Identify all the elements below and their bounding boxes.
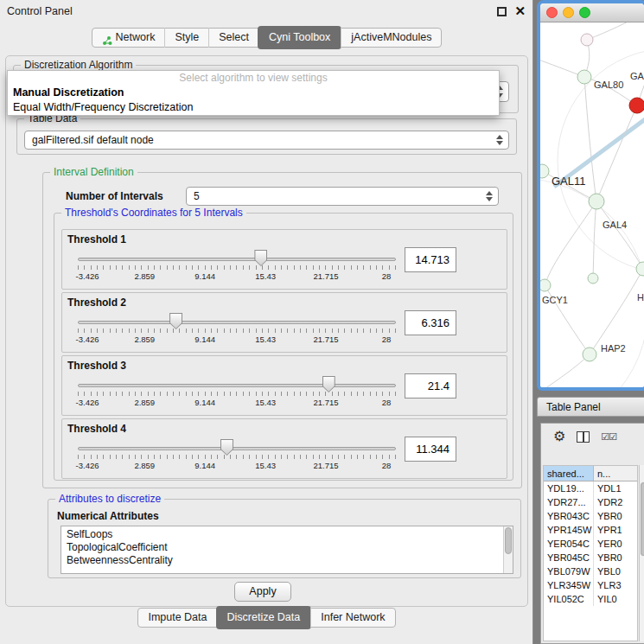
table-row[interactable]: YER054C YER0 bbox=[544, 537, 637, 551]
cell[interactable]: YIL052C bbox=[544, 592, 594, 606]
cell[interactable]: YER054C bbox=[544, 537, 594, 551]
cell[interactable]: YBL0 bbox=[594, 564, 637, 578]
popup-item-manual-discretization[interactable]: Manual Discretization bbox=[8, 86, 499, 100]
tab-infer-network[interactable]: Infer Network bbox=[310, 608, 394, 628]
number-of-intervals-label: Number of Intervals bbox=[66, 190, 163, 202]
cell[interactable]: YBR0 bbox=[594, 509, 637, 523]
slider-thumb[interactable] bbox=[220, 439, 233, 456]
node-gal11[interactable] bbox=[540, 164, 549, 178]
threshold-slider[interactable]: -3.426 2.859 9.144 15.43 21.715 28 bbox=[78, 310, 396, 350]
slider-thumb[interactable] bbox=[322, 376, 335, 392]
tab-jactivemnodules[interactable]: jActiveMNodules bbox=[341, 28, 441, 48]
node[interactable] bbox=[588, 273, 598, 284]
list-item[interactable]: SelfLoops bbox=[61, 526, 513, 541]
cell[interactable]: YLR345W bbox=[544, 578, 594, 592]
tab-network[interactable]: Network bbox=[92, 28, 165, 48]
float-window-icon[interactable] bbox=[497, 7, 507, 16]
column-header-name[interactable]: n... bbox=[594, 466, 637, 481]
table-row[interactable]: YBR045C YBR0 bbox=[544, 551, 637, 564]
column-header-shared-name[interactable]: shared... bbox=[544, 466, 594, 481]
table-row[interactable]: YDL19... YDL1 bbox=[544, 481, 637, 495]
tab-style[interactable]: Style bbox=[164, 28, 208, 48]
network-canvas[interactable]: GAL80 GAL8 GAL11 GAL4 GCY1 HA HAP2 bbox=[540, 22, 644, 386]
edge[interactable] bbox=[545, 354, 590, 389]
cell[interactable]: YBR043C bbox=[544, 509, 594, 523]
edge[interactable] bbox=[590, 269, 643, 354]
tab-strip: Impute Data Discretize Data Infer Networ… bbox=[137, 608, 395, 628]
cell[interactable]: YDL19... bbox=[544, 481, 594, 495]
edge[interactable] bbox=[587, 22, 640, 40]
table-data-select[interactable]: galFiltered.sif default node bbox=[24, 131, 509, 150]
apply-button[interactable]: Apply bbox=[234, 582, 291, 602]
threshold-value-field[interactable]: 21.4 bbox=[405, 373, 456, 399]
cell[interactable]: YDL1 bbox=[594, 481, 637, 495]
cell[interactable]: YPR1 bbox=[594, 523, 637, 537]
edge[interactable] bbox=[593, 201, 596, 278]
list-scrollbar[interactable] bbox=[503, 526, 513, 573]
edge[interactable] bbox=[584, 77, 596, 201]
slider-thumb[interactable] bbox=[169, 313, 182, 329]
node-gal4[interactable] bbox=[589, 194, 604, 209]
cell[interactable]: YDR27... bbox=[544, 495, 594, 509]
cell[interactable]: YBL079W bbox=[544, 564, 594, 578]
tab-strip: Network Style Select Cyni Toolbox jActiv… bbox=[92, 28, 443, 48]
table-row[interactable]: YIL052C YIL0 bbox=[544, 592, 637, 606]
cell[interactable]: YBR0 bbox=[594, 551, 637, 564]
scale-label: -3.426 bbox=[76, 335, 99, 344]
popup-item-equal-width-frequency[interactable]: Equal Width/Frequency Discretization bbox=[8, 100, 499, 115]
columns-icon[interactable] bbox=[577, 431, 590, 443]
list-item[interactable]: TopologicalCoefficient bbox=[61, 541, 513, 554]
table-row[interactable]: YPR145W YPR1 bbox=[544, 523, 637, 537]
slider-track[interactable] bbox=[78, 321, 396, 324]
slider-track[interactable] bbox=[78, 447, 396, 450]
threshold-slider[interactable]: -3.426 2.859 9.144 15.43 21.715 28 bbox=[78, 247, 396, 287]
cell[interactable]: YPR145W bbox=[544, 523, 594, 537]
list-item[interactable]: BetweennessCentrality bbox=[61, 554, 513, 567]
cell[interactable]: YLR3 bbox=[594, 578, 637, 592]
edge[interactable] bbox=[596, 201, 643, 269]
slider-track[interactable] bbox=[78, 384, 396, 387]
table-panel-titlebar[interactable]: Table Panel bbox=[537, 397, 644, 417]
zoom-traffic-light[interactable] bbox=[579, 7, 590, 18]
tab-select[interactable]: Select bbox=[208, 28, 258, 48]
node[interactable] bbox=[636, 262, 644, 276]
gear-icon[interactable]: ⚙ bbox=[553, 430, 565, 443]
threshold-panel-1: Threshold 1 -3.426 2.859 9.144 15.43 21.… bbox=[61, 229, 507, 290]
table-row[interactable]: YBR043C YBR0 bbox=[544, 509, 637, 523]
node-gcy1[interactable] bbox=[540, 279, 551, 291]
threshold-slider[interactable]: -3.426 2.859 9.144 15.43 21.715 28 bbox=[78, 373, 396, 413]
threshold-label: Threshold 3 bbox=[67, 360, 126, 372]
cell[interactable]: YBR045C bbox=[544, 551, 594, 564]
slider-track[interactable] bbox=[78, 258, 396, 261]
minimize-traffic-light[interactable] bbox=[563, 7, 574, 18]
threshold-value-field[interactable]: 6.316 bbox=[405, 310, 456, 335]
number-of-intervals-select[interactable]: 5 bbox=[186, 187, 499, 206]
attribute-list[interactable]: SelfLoops TopologicalCoefficient Between… bbox=[61, 526, 513, 574]
slider-ticks bbox=[78, 265, 396, 270]
threshold-value-field[interactable]: 11.344 bbox=[405, 437, 456, 462]
table-scrollbar[interactable] bbox=[639, 465, 644, 641]
select-rows-icon[interactable]: ☑☑ bbox=[601, 431, 616, 443]
table-row[interactable]: YLR345W YLR3 bbox=[544, 578, 637, 592]
cell[interactable]: YER0 bbox=[594, 537, 637, 551]
node-hap2[interactable] bbox=[583, 348, 596, 361]
table-row[interactable]: YBL079W YBL0 bbox=[544, 564, 637, 578]
tab-discretize-data[interactable]: Discretize Data bbox=[216, 606, 312, 629]
close-icon[interactable]: ✕ bbox=[514, 3, 526, 19]
threshold-slider[interactable]: -3.426 2.859 9.144 15.43 21.715 28 bbox=[78, 437, 396, 476]
cell[interactable]: YDR2 bbox=[594, 495, 637, 509]
slider-thumb[interactable] bbox=[254, 250, 267, 266]
close-traffic-light[interactable] bbox=[546, 7, 558, 18]
threshold-value-field[interactable]: 14.713 bbox=[405, 247, 456, 272]
tab-cyni-toolbox[interactable]: Cyni Toolbox bbox=[258, 26, 341, 49]
scale-label: -3.426 bbox=[76, 271, 99, 281]
node[interactable] bbox=[581, 34, 593, 46]
node-gal80[interactable] bbox=[577, 70, 591, 84]
tab-label: Discretize Data bbox=[227, 606, 301, 629]
table-row[interactable]: YDR27... YDR2 bbox=[544, 495, 637, 509]
scrollbar-thumb[interactable] bbox=[641, 482, 644, 556]
node-red-selected[interactable] bbox=[629, 98, 644, 113]
cell[interactable]: YIL0 bbox=[594, 592, 637, 606]
tab-impute-data[interactable]: Impute Data bbox=[138, 608, 216, 628]
scrollbar-thumb[interactable] bbox=[505, 527, 512, 554]
